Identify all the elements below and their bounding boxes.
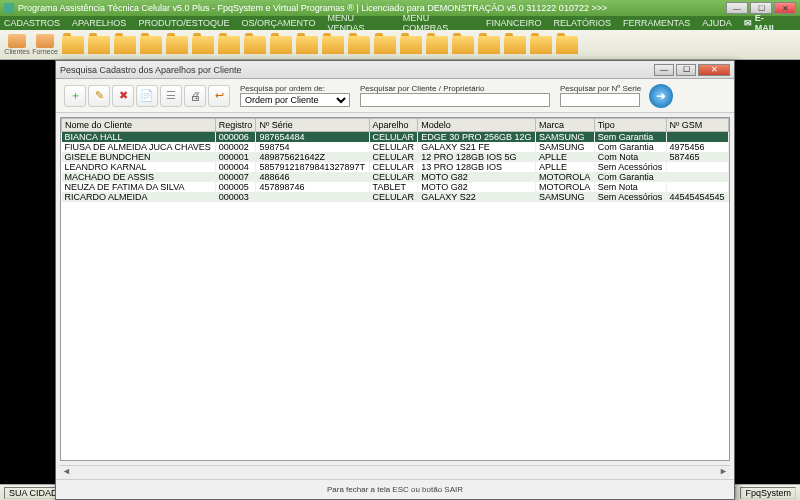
table-cell: Com Garantia [594,142,666,152]
search-serial-label: Pesquisar por Nº Serie [560,84,641,93]
report-icon[interactable]: 📄 [136,85,158,107]
table-cell: MOTO G82 [418,172,536,182]
table-cell: FIUSA DE ALMEIDA JUCA CHAVES [62,142,216,152]
edit-icon[interactable]: ✎ [88,85,110,107]
table-cell: CELULAR [369,162,418,172]
table-cell: Com Garantia [594,172,666,182]
table-row[interactable]: NEUZA DE FATIMA DA SILVA000005457898746T… [62,182,729,192]
menu-os[interactable]: OS/ORÇAMENTO [242,18,316,28]
print-icon[interactable]: 🖨 [184,85,206,107]
column-header[interactable]: Aparelho [369,119,418,132]
toolbar-clientes[interactable]: Clientes [4,32,30,58]
search-client-input[interactable] [360,93,550,107]
dialog-maximize-button[interactable]: ☐ [676,64,696,76]
toolbar-folder-5[interactable] [166,36,188,54]
table-cell: CELULAR [369,152,418,162]
table-cell: 587465 [666,152,728,162]
toolbar-folder-20[interactable] [556,36,578,54]
search-order-select[interactable]: Ordem por Cliente [240,93,350,107]
add-icon[interactable]: ＋ [64,85,86,107]
column-header[interactable]: Modelo [418,119,536,132]
table-cell: NEUZA DE FATIMA DA SILVA [62,182,216,192]
table-row[interactable]: MACHADO DE ASSIS000007488646CELULARMOTO … [62,172,729,182]
toolbar-folder-19[interactable] [530,36,552,54]
toolbar-folder-10[interactable] [296,36,318,54]
menu-relatorios[interactable]: RELATÓRIOS [554,18,611,28]
table-cell: APLLE [536,152,595,162]
titlebar: Programa Assistência Técnica Celular v5.… [0,0,800,16]
toolbar-folder-16[interactable] [452,36,474,54]
column-header[interactable]: Marca [536,119,595,132]
list-icon[interactable]: ☰ [160,85,182,107]
table-cell: 4975456 [666,142,728,152]
toolbar-folder-12[interactable] [348,36,370,54]
column-header[interactable]: Tipo [594,119,666,132]
table-cell: 12 PRO 128GB IOS 5G [418,152,536,162]
exit-icon[interactable]: ↩ [208,85,230,107]
table-cell: 44545454545 [666,192,728,202]
toolbar-fornecedores[interactable]: Fornece [32,32,58,58]
column-header[interactable]: Nº GSM [666,119,728,132]
delete-icon[interactable]: ✖ [112,85,134,107]
search-order-label: Pesquisa por ordem de: [240,84,350,93]
toolbar-folder-11[interactable] [322,36,344,54]
toolbar-folder-6[interactable] [192,36,214,54]
toolbar-folder-2[interactable] [88,36,110,54]
search-dialog: Pesquisa Cadastro dos Aparelhos por Clie… [55,60,735,500]
toolbar-folder-3[interactable] [114,36,136,54]
table-cell: EDGE 30 PRO 256GB 12G [418,132,536,143]
search-client-label: Pesquisar por Cliente / Proprietário [360,84,550,93]
column-header[interactable]: Registro [215,119,256,132]
toolbar-folder-9[interactable] [270,36,292,54]
table-cell [256,192,369,202]
table-cell: Sem Acessórios [594,192,666,202]
toolbar-fornecedores-label: Fornece [32,48,58,55]
table-cell: 000007 [215,172,256,182]
table-row[interactable]: RICARDO ALMEIDA000003CELULARGALAXY S22SA… [62,192,729,202]
toolbar-folder-17[interactable] [478,36,500,54]
column-header[interactable]: Nome do Cliente [62,119,216,132]
main-toolbar: Clientes Fornece [0,30,800,60]
table-cell: SAMSUNG [536,142,595,152]
toolbar-folder-18[interactable] [504,36,526,54]
horizontal-scrollbar[interactable] [60,465,730,479]
toolbar-folder-15[interactable] [426,36,448,54]
menu-financeiro[interactable]: FINANCEIRO [486,18,542,28]
toolbar-folder-1[interactable] [62,36,84,54]
table-cell: GALAXY S22 [418,192,536,202]
dialog-titlebar: Pesquisa Cadastro dos Aparelhos por Clie… [56,61,734,79]
search-go-button[interactable]: ➜ [649,84,673,108]
menu-produto[interactable]: PRODUTO/ESTOQUE [138,18,229,28]
toolbar-folder-4[interactable] [140,36,162,54]
table-cell: 000003 [215,192,256,202]
table-cell: 489875621642Z [256,152,369,162]
toolbar-folder-7[interactable] [218,36,240,54]
menu-cadastros[interactable]: CADASTROS [4,18,60,28]
menu-ferramentas[interactable]: FERRAMENTAS [623,18,690,28]
table-cell: CELULAR [369,142,418,152]
table-cell: CELULAR [369,132,418,143]
table-cell: Com Nota [594,152,666,162]
dialog-title: Pesquisa Cadastro dos Aparelhos por Clie… [60,65,652,75]
table-row[interactable]: BIANCA HALL000006987654484CELULAREDGE 30… [62,132,729,143]
table-cell: 598754 [256,142,369,152]
toolbar-folder-8[interactable] [244,36,266,54]
menu-ajuda[interactable]: AJUDA [702,18,732,28]
table-row[interactable]: LEANDRO KARNAL00000458579121879841327897… [62,162,729,172]
dialog-close-button[interactable]: ✕ [698,64,730,76]
status-brand: FpqSystem [740,487,796,499]
results-grid[interactable]: Nome do ClienteRegistroNº SérieAparelhoM… [60,117,730,461]
dialog-minimize-button[interactable]: — [654,64,674,76]
table-cell: Sem Nota [594,182,666,192]
table-row[interactable]: FIUSA DE ALMEIDA JUCA CHAVES000002598754… [62,142,729,152]
toolbar-folder-13[interactable] [374,36,396,54]
toolbar-clientes-label: Clientes [4,48,29,55]
toolbar-folder-14[interactable] [400,36,422,54]
table-cell: MOTOROLA [536,182,595,192]
table-row[interactable]: GISELE BUNDCHEN000001489875621642ZCELULA… [62,152,729,162]
table-cell: LEANDRO KARNAL [62,162,216,172]
column-header[interactable]: Nº Série [256,119,369,132]
search-serial-input[interactable] [560,93,640,107]
table-cell: GALAXY S21 FE [418,142,536,152]
menu-aparelhos[interactable]: APARELHOS [72,18,126,28]
